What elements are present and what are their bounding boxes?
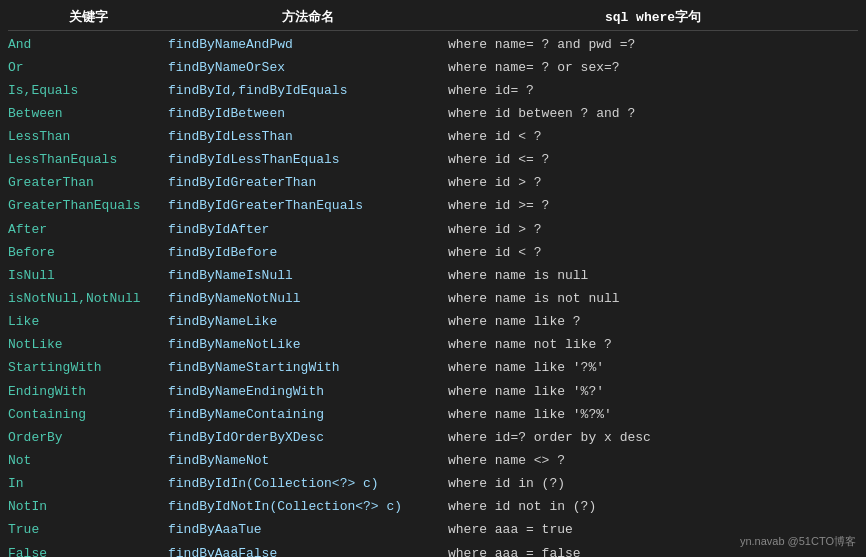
table-row: TruefindByAaaTuewhere aaa = true: [8, 519, 858, 542]
table-row: GreaterThanfindByIdGreaterThanwhere id >…: [8, 172, 858, 195]
method-cell: findByIdGreaterThan: [168, 173, 448, 193]
header-sql: sql where字句: [448, 8, 858, 26]
method-cell: findByNameNot: [168, 451, 448, 471]
sql-cell: where id not in (?): [448, 497, 858, 517]
keyword-cell: NotIn: [8, 497, 168, 517]
method-cell: findByNameOrSex: [168, 58, 448, 78]
method-cell: findByIdLessThan: [168, 127, 448, 147]
sql-cell: where name like ?: [448, 312, 858, 332]
table-row: AndfindByNameAndPwdwhere name= ? and pwd…: [8, 33, 858, 56]
method-cell: findByAaaTue: [168, 520, 448, 540]
table-row: ContainingfindByNameContainingwhere name…: [8, 403, 858, 426]
keyword-cell: GreaterThan: [8, 173, 168, 193]
sql-cell: where id < ?: [448, 127, 858, 147]
table-row: StartingWithfindByNameStartingWithwhere …: [8, 357, 858, 380]
keyword-cell: In: [8, 474, 168, 494]
method-cell: findByNameNotLike: [168, 335, 448, 355]
keyword-cell: And: [8, 35, 168, 55]
keyword-cell: Containing: [8, 405, 168, 425]
table-row: GreaterThanEqualsfindByIdGreaterThanEqua…: [8, 195, 858, 218]
keyword-cell: Like: [8, 312, 168, 332]
sql-cell: where id between ? and ?: [448, 104, 858, 124]
sql-cell: where id >= ?: [448, 196, 858, 216]
keyword-cell: Before: [8, 243, 168, 263]
sql-cell: where name= ? and pwd =?: [448, 35, 858, 55]
table-row: LessThanfindByIdLessThanwhere id < ?: [8, 126, 858, 149]
sql-cell: where name like '%?%': [448, 405, 858, 425]
table-row: OrfindByNameOrSexwhere name= ? or sex=?: [8, 56, 858, 79]
sql-cell: where id > ?: [448, 173, 858, 193]
method-cell: findByIdAfter: [168, 220, 448, 240]
table-row: Is,EqualsfindById,findByIdEqualswhere id…: [8, 79, 858, 102]
table-row: BeforefindByIdBeforewhere id < ?: [8, 241, 858, 264]
method-cell: findByNameEndingWith: [168, 382, 448, 402]
sql-cell: where id in (?): [448, 474, 858, 494]
keyword-cell: Not: [8, 451, 168, 471]
sql-cell: where id=? order by x desc: [448, 428, 858, 448]
table-row: IsNullfindByNameIsNullwhere name is null: [8, 264, 858, 287]
method-cell: findByNameNotNull: [168, 289, 448, 309]
sql-cell: where name like '?%': [448, 358, 858, 378]
sql-cell: where name <> ?: [448, 451, 858, 471]
method-cell: findByIdBetween: [168, 104, 448, 124]
method-cell: findByIdOrderByXDesc: [168, 428, 448, 448]
method-cell: findByIdGreaterThanEquals: [168, 196, 448, 216]
table-row: BetweenfindByIdBetweenwhere id between ?…: [8, 102, 858, 125]
header-method: 方法命名: [168, 8, 448, 26]
keyword-cell: isNotNull,NotNull: [8, 289, 168, 309]
keyword-cell: IsNull: [8, 266, 168, 286]
keyword-cell: True: [8, 520, 168, 540]
table-row: InfindByIdIn(Collection<?> c)where id in…: [8, 473, 858, 496]
sql-cell: where name is null: [448, 266, 858, 286]
header-keyword: 关键字: [8, 8, 168, 26]
keyword-cell: EndingWith: [8, 382, 168, 402]
method-cell: findByIdBefore: [168, 243, 448, 263]
keyword-cell: False: [8, 544, 168, 557]
sql-cell: where name not like ?: [448, 335, 858, 355]
keyword-cell: LessThanEquals: [8, 150, 168, 170]
method-cell: findByIdIn(Collection<?> c): [168, 474, 448, 494]
table-row: isNotNull,NotNullfindByNameNotNullwhere …: [8, 288, 858, 311]
method-cell: findByNameStartingWith: [168, 358, 448, 378]
table-row: EndingWithfindByNameEndingWithwhere name…: [8, 380, 858, 403]
sql-cell: where id < ?: [448, 243, 858, 263]
method-cell: findById,findByIdEquals: [168, 81, 448, 101]
keyword-cell: GreaterThanEquals: [8, 196, 168, 216]
table-row: LessThanEqualsfindByIdLessThanEqualswher…: [8, 149, 858, 172]
keyword-cell: Is,Equals: [8, 81, 168, 101]
method-cell: findByNameAndPwd: [168, 35, 448, 55]
keyword-cell: StartingWith: [8, 358, 168, 378]
method-cell: findByAaaFalse: [168, 544, 448, 557]
sql-cell: where id <= ?: [448, 150, 858, 170]
method-cell: findByNameIsNull: [168, 266, 448, 286]
sql-cell: where name is not null: [448, 289, 858, 309]
table-row: LikefindByNameLikewhere name like ?: [8, 311, 858, 334]
table-row: NotLikefindByNameNotLikewhere name not l…: [8, 334, 858, 357]
method-cell: findByIdLessThanEquals: [168, 150, 448, 170]
keyword-cell: OrderBy: [8, 428, 168, 448]
method-cell: findByNameContaining: [168, 405, 448, 425]
table-body: AndfindByNameAndPwdwhere name= ? and pwd…: [8, 33, 858, 557]
table-row: OrderByfindByIdOrderByXDescwhere id=? or…: [8, 426, 858, 449]
watermark: yn.navab @51CTO博客: [740, 534, 856, 549]
sql-cell: where name= ? or sex=?: [448, 58, 858, 78]
keyword-cell: NotLike: [8, 335, 168, 355]
table-header: 关键字 方法命名 sql where字句: [8, 4, 858, 31]
keyword-cell: Or: [8, 58, 168, 78]
table-row: NotfindByNameNotwhere name <> ?: [8, 450, 858, 473]
keyword-cell: LessThan: [8, 127, 168, 147]
keyword-cell: After: [8, 220, 168, 240]
keyword-cell: Between: [8, 104, 168, 124]
sql-cell: where name like '%?': [448, 382, 858, 402]
sql-cell: where id > ?: [448, 220, 858, 240]
method-cell: findByNameLike: [168, 312, 448, 332]
method-cell: findByIdNotIn(Collection<?> c): [168, 497, 448, 517]
sql-cell: where id= ?: [448, 81, 858, 101]
main-table: 关键字 方法命名 sql where字句 AndfindByNameAndPwd…: [0, 0, 866, 557]
table-row: AfterfindByIdAfterwhere id > ?: [8, 218, 858, 241]
table-row: NotInfindByIdNotIn(Collection<?> c)where…: [8, 496, 858, 519]
table-row: FalsefindByAaaFalsewhere aaa = false: [8, 542, 858, 557]
